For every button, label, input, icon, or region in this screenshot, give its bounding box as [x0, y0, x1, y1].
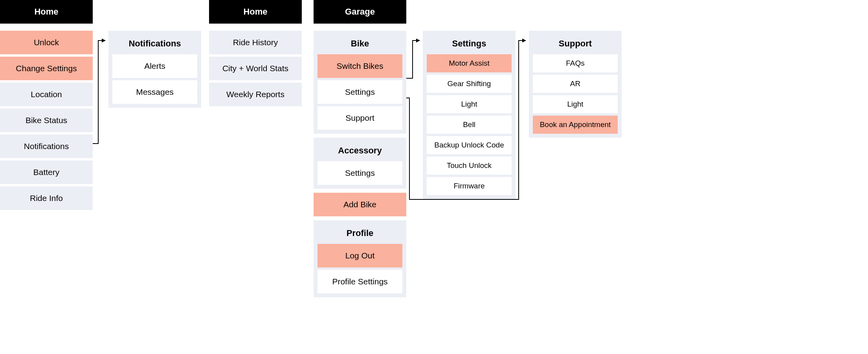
col-support: Support FAQs AR Light Book an Appointmen… [529, 31, 622, 142]
item-ride-history[interactable]: Ride History [209, 31, 302, 54]
panel-profile: Profile Log Out Profile Settings [314, 220, 406, 297]
item-gear-shifting[interactable]: Gear Shifting [427, 75, 512, 93]
item-firmware[interactable]: Firmware [427, 177, 512, 195]
item-bike-status[interactable]: Bike Status [0, 109, 93, 132]
item-profile-settings[interactable]: Profile Settings [317, 270, 402, 293]
item-battery[interactable]: Battery [0, 160, 93, 184]
item-change-settings[interactable]: Change Settings [0, 57, 93, 80]
panel-notifications: Notifications Alerts Messages [108, 31, 201, 108]
item-unlock[interactable]: Unlock [0, 31, 93, 54]
item-location[interactable]: Location [0, 83, 93, 106]
panel-title-bike: Bike [317, 35, 402, 54]
item-bike-settings[interactable]: Settings [317, 80, 402, 104]
panel-title-settings: Settings [427, 35, 512, 54]
item-backup-unlock-code[interactable]: Backup Unlock Code [427, 136, 512, 154]
item-faqs[interactable]: FAQs [533, 54, 618, 72]
panel-accessory: Accessory Settings [314, 138, 406, 189]
item-book-appointment[interactable]: Book an Appointment [533, 116, 618, 134]
panel-title-notifications: Notifications [112, 35, 197, 54]
item-weekly-reports[interactable]: Weekly Reports [209, 83, 302, 106]
col-garage: Garage Bike Switch Bikes Settings Suppor… [314, 0, 406, 301]
panel-support: Support FAQs AR Light Book an Appointmen… [529, 31, 622, 138]
item-ar[interactable]: AR [533, 75, 618, 93]
item-bell[interactable]: Bell [427, 116, 512, 134]
home2-items: Ride History City + World Stats Weekly R… [209, 31, 302, 106]
item-add-bike[interactable]: Add Bike [314, 193, 406, 216]
item-bike-support[interactable]: Support [317, 106, 402, 130]
item-messages[interactable]: Messages [112, 80, 197, 104]
item-light[interactable]: Light [427, 95, 512, 113]
col-notifications: Notifications Alerts Messages [108, 31, 201, 112]
col-home-1: Home Unlock Change Settings Location Bik… [0, 0, 93, 210]
header-home-1: Home [0, 0, 93, 24]
panel-title-accessory: Accessory [317, 142, 402, 161]
col-settings: Settings Motor Assist Gear Shifting Ligh… [423, 31, 516, 203]
home1-items: Unlock Change Settings Location Bike Sta… [0, 31, 93, 210]
item-switch-bikes[interactable]: Switch Bikes [317, 54, 402, 78]
item-notifications[interactable]: Notifications [0, 135, 93, 158]
item-alerts[interactable]: Alerts [112, 54, 197, 78]
header-garage: Garage [314, 0, 406, 24]
item-log-out[interactable]: Log Out [317, 244, 402, 267]
panel-bike: Bike Switch Bikes Settings Support [314, 31, 406, 134]
panel-settings: Settings Motor Assist Gear Shifting Ligh… [423, 31, 516, 199]
item-accessory-settings[interactable]: Settings [317, 161, 402, 185]
header-label: Home [243, 7, 267, 17]
header-home-2: Home [209, 0, 302, 24]
item-touch-unlock[interactable]: Touch Unlock [427, 157, 512, 175]
header-label: Garage [345, 7, 375, 17]
panel-title-support: Support [533, 35, 618, 54]
panel-title-profile: Profile [317, 224, 402, 244]
item-ride-info[interactable]: Ride Info [0, 186, 93, 210]
item-motor-assist[interactable]: Motor Assist [427, 54, 512, 72]
item-support-light[interactable]: Light [533, 95, 618, 113]
header-label: Home [34, 7, 58, 17]
col-home-2: Home Ride History City + World Stats Wee… [209, 0, 302, 106]
item-city-world-stats[interactable]: City + World Stats [209, 57, 302, 80]
